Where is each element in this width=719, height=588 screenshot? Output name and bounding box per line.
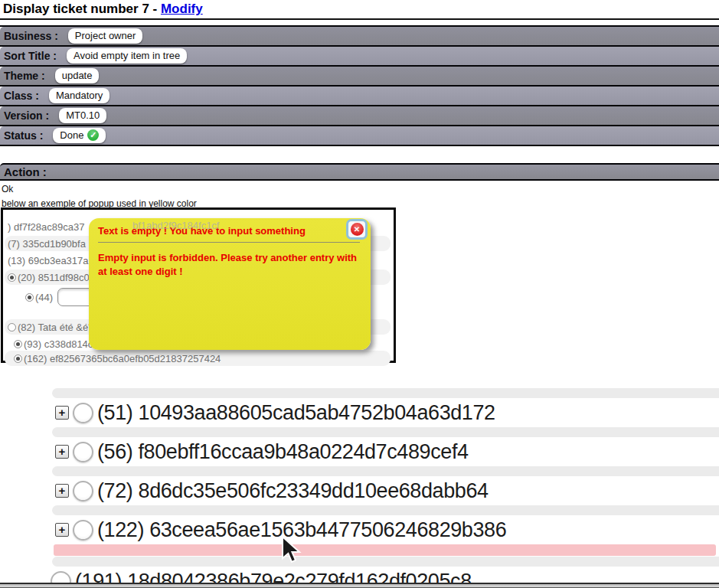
mouse-cursor	[281, 536, 302, 565]
action-line-1: Ok	[2, 182, 197, 197]
field-row: Theme : update ✓	[0, 67, 719, 87]
field-value: update	[62, 70, 93, 81]
error-popup: Text is empty ! You have to input someth…	[89, 218, 371, 350]
popup-divider	[98, 242, 360, 243]
field-row: Class : Mandatory ✓	[0, 87, 719, 106]
field-value: Project owner	[75, 30, 136, 41]
field-label: Sort Title :	[4, 50, 57, 62]
expand-plus-icon[interactable]: +	[55, 406, 69, 420]
tree-item-label: (56) f80ebff16ccaa9b48a0224d7c489cef4	[97, 440, 469, 464]
tree-row: + (72) 8d6dc35e506fc23349dd10ee68dabb64	[0, 477, 719, 505]
field-label: Class :	[4, 90, 39, 102]
tree-item-label: (72) 8d6dc35e506fc23349dd10ee68dabb64	[97, 479, 489, 503]
list-item-text: (162) ef82567365bc6a0efb05d21837257424	[24, 353, 221, 364]
page-title: Display ticket number 7 - Modify	[0, 0, 719, 20]
occluded-hash-tail: bf1abd2f9c184fc1cf	[132, 220, 219, 231]
radio-button[interactable]	[73, 520, 93, 541]
field-value: Mandatory	[56, 90, 103, 101]
tree-row: + (51) 10493aa88605cad5ab4752b04a63d172	[0, 399, 719, 426]
action-header: Action :	[0, 163, 719, 181]
radio-button[interactable]	[14, 354, 22, 363]
row-separator-stripe	[52, 427, 719, 437]
field-value: MT0.10	[66, 109, 100, 121]
field-label: Theme :	[4, 70, 45, 82]
bottom-scrollbar[interactable]	[0, 583, 719, 588]
expand-plus-icon[interactable]: +	[55, 523, 69, 537]
row-separator-stripe	[52, 557, 719, 567]
field-value-pill: Avoid empty item in tree ✓	[67, 48, 187, 64]
page: Display ticket number 7 - Modify Busines…	[0, 0, 719, 588]
status-check-icon: ✓	[87, 129, 99, 141]
field-label: Business :	[4, 30, 58, 42]
field-value-pill: Mandatory ✓	[49, 88, 109, 103]
tree-item-label: (122) 63ceea56ae1563b4477506246829b386	[97, 518, 506, 542]
popup-close-button[interactable]: ✕	[346, 219, 368, 240]
embedded-screenshot: ) df7f28ac89ca37 (7) 335cd1b90bfa (13) 6…	[1, 207, 396, 363]
radio-button[interactable]	[25, 293, 34, 302]
field-value-pill: update ✓	[55, 68, 100, 83]
radio-button[interactable]	[14, 340, 22, 348]
field-value-pill: Done ✓	[53, 128, 106, 143]
field-value: Done	[60, 129, 83, 141]
page-title-text: Display ticket number 7 -	[3, 2, 161, 16]
expand-plus-icon[interactable]: +	[55, 484, 69, 498]
tree-row: + (56) f80ebff16ccaa9b48a0224d7c489cef4	[0, 438, 719, 466]
field-row: Version : MT0.10 ✓	[0, 106, 719, 126]
field-label: Status :	[4, 129, 43, 142]
tree-item-label: (51) 10493aa88605cad5ab4752b04a63d172	[97, 401, 495, 425]
radio-button[interactable]	[73, 442, 93, 462]
tree-row: + (122) 63ceea56ae1563b4477506246829b386	[0, 516, 719, 544]
radio-button[interactable]	[73, 481, 93, 501]
field-row: Sort Title : Avoid empty item in tree ✓	[0, 47, 719, 67]
list-item-text: (93) c338d814c	[24, 338, 93, 350]
ticket-tree: + (51) 10493aa88605cad5ab4752b04a63d172 …	[0, 387, 719, 588]
list-item: (162) ef82567365bc6a0efb05d21837257424	[5, 351, 391, 366]
list-item-text: (13) 69cb3ea317a	[8, 255, 89, 266]
row-separator-stripe	[52, 466, 719, 476]
popup-message: Empty input is forbidden. Please try ano…	[98, 251, 361, 279]
field-value: Avoid empty item in tree	[74, 50, 180, 61]
ticket-fields: Business : Project owner ✓ Sort Title : …	[0, 25, 719, 146]
field-label: Version :	[4, 109, 49, 122]
action-header-label: Action :	[4, 165, 47, 178]
row-separator-stripe	[52, 388, 719, 398]
field-row: Status : Done ✓	[0, 126, 719, 146]
field-row: Business : Project owner ✓	[0, 27, 719, 47]
drop-highlight-row	[54, 544, 716, 556]
list-item-text: (20) 8511df98c0	[18, 272, 90, 283]
list-item-text: (7) 335cd1b90bfa	[8, 238, 86, 250]
radio-button[interactable]	[8, 323, 16, 332]
list-item-text: ) df7f28ac89ca37	[8, 221, 84, 233]
row-separator-stripe	[52, 505, 719, 515]
modify-link[interactable]: Modify	[161, 2, 203, 16]
field-value-pill: MT0.10 ✓	[59, 108, 106, 123]
list-item-text: (44)	[35, 292, 53, 303]
radio-button[interactable]	[8, 273, 16, 282]
close-icon: ✕	[351, 223, 364, 236]
field-value-pill: Project owner ✓	[68, 28, 142, 44]
radio-button[interactable]	[73, 403, 93, 423]
list-item-text: (82) Tata été &é"	[18, 322, 92, 333]
expand-plus-icon[interactable]: +	[55, 445, 69, 459]
